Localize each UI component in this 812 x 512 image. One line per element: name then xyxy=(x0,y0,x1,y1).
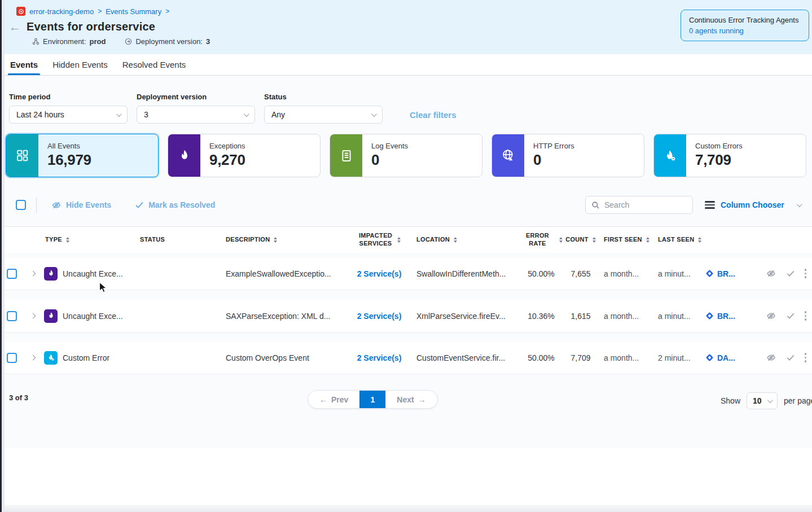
breadcrumb-separator: > xyxy=(165,7,169,15)
row-expander[interactable] xyxy=(25,314,41,318)
col-first-seen: FIRST SEEN xyxy=(604,236,642,244)
time-period-value: Last 24 hours xyxy=(16,110,64,119)
ticket-id: BR... xyxy=(717,269,735,278)
event-type: Uncaught Exce... xyxy=(63,269,123,278)
ticket-link[interactable]: BR... xyxy=(703,269,748,278)
window-edge xyxy=(0,0,2,512)
event-description: ExampleSwallowedExceptio... xyxy=(221,269,346,278)
event-location: CustomEventService.fir... xyxy=(412,353,519,362)
check-icon xyxy=(786,312,795,320)
deployment-version-label: Deployment version xyxy=(137,93,255,101)
card-custom-errors[interactable]: Custom Errors 7,709 xyxy=(653,134,806,177)
tab-events[interactable]: Events xyxy=(10,54,38,75)
hide-event-icon[interactable] xyxy=(766,269,776,278)
check-icon xyxy=(786,270,795,277)
card-value: 9,270 xyxy=(209,151,245,169)
page-size-select[interactable]: 10 xyxy=(747,392,778,409)
card-label: Log Events xyxy=(371,142,408,150)
impacted-services-link[interactable]: 2 Service(s) xyxy=(357,312,402,321)
environment-label: Environment: xyxy=(43,37,86,46)
agents-card-title: Continuous Error Tracking Agents xyxy=(689,16,801,24)
resolve-event-icon[interactable] xyxy=(786,354,795,361)
row-menu-icon[interactable] xyxy=(805,269,806,278)
sort-icon[interactable] xyxy=(559,237,563,243)
status-filter-label: Status xyxy=(264,93,383,101)
card-value: 7,709 xyxy=(695,151,743,169)
sort-icon[interactable] xyxy=(592,237,596,243)
arrow-left-icon: ← xyxy=(319,395,327,404)
event-description: SAXParseException: XML d... xyxy=(221,312,346,321)
sort-icon[interactable] xyxy=(274,237,277,243)
row-expander[interactable] xyxy=(25,356,41,360)
event-type: Uncaught Exce... xyxy=(63,312,123,321)
prev-page-button[interactable]: ← Prev xyxy=(308,391,359,408)
impacted-services-link[interactable]: 2 Service(s) xyxy=(357,353,402,362)
clear-filters-button[interactable]: Clear filters xyxy=(410,110,457,120)
first-seen: a month... xyxy=(598,353,651,362)
ticket-link[interactable]: BR... xyxy=(703,312,748,321)
breadcrumb-project[interactable]: error-tracking-demo xyxy=(29,7,94,16)
event-count: 7,709 xyxy=(563,353,598,362)
impacted-services-link[interactable]: 2 Service(s) xyxy=(357,269,402,278)
resolve-event-icon[interactable] xyxy=(786,312,795,320)
chevron-down-icon xyxy=(797,202,802,207)
col-impacted-services: IMPACTED SERVICES xyxy=(358,232,393,248)
breadcrumb-events-summary[interactable]: Events Summary xyxy=(106,7,161,16)
col-description: DESCRIPTION xyxy=(226,236,270,244)
card-label: Exceptions xyxy=(209,142,245,150)
error-rate: 50.00% xyxy=(519,353,563,362)
column-chooser-button[interactable]: Column Chooser xyxy=(705,200,801,209)
flame-icon xyxy=(47,312,55,320)
table-row: Custom Error Custom OverOps Event 2 Serv… xyxy=(0,342,812,374)
deployment-version-select[interactable]: 3 xyxy=(137,106,255,124)
sort-icon[interactable] xyxy=(66,237,69,243)
page-size-control: Show 10 per page xyxy=(721,392,812,409)
agents-running-link[interactable]: 0 agents running xyxy=(689,27,801,35)
environment-icon xyxy=(32,38,39,45)
card-all-events[interactable]: All Events 16,979 xyxy=(6,134,159,177)
sort-icon[interactable] xyxy=(646,237,649,243)
search-input[interactable] xyxy=(604,200,678,209)
sort-icon[interactable] xyxy=(454,237,457,243)
row-expander[interactable] xyxy=(25,272,41,275)
card-value: 0 xyxy=(533,151,574,169)
row-menu-icon[interactable] xyxy=(805,353,806,362)
hide-event-icon[interactable] xyxy=(766,311,776,321)
sort-icon[interactable] xyxy=(397,237,401,243)
flame-icon xyxy=(47,269,55,278)
time-period-select[interactable]: Last 24 hours xyxy=(9,106,128,124)
eye-slash-icon xyxy=(51,200,62,210)
resolve-event-icon[interactable] xyxy=(786,270,795,277)
ticket-link[interactable]: DA... xyxy=(703,353,748,362)
check-icon xyxy=(135,201,144,209)
mark-resolved-button[interactable]: Mark as Resolved xyxy=(135,200,215,209)
search-box xyxy=(585,196,693,214)
back-arrow-icon[interactable]: ← xyxy=(9,21,21,33)
tab-hidden-events[interactable]: Hidden Events xyxy=(52,54,108,75)
show-label: Show xyxy=(721,396,740,405)
row-menu-icon[interactable] xyxy=(805,311,806,320)
ticket-id: DA... xyxy=(717,353,735,362)
jira-ticket-icon xyxy=(705,312,714,320)
sort-icon[interactable] xyxy=(698,237,701,243)
status-select[interactable]: Any xyxy=(264,106,383,124)
stat-cards: All Events 16,979 Exceptions 9,270 Log E… xyxy=(6,134,806,177)
next-page-button[interactable]: Next → xyxy=(385,391,437,408)
event-location: XmlParseService.fireEv... xyxy=(412,312,519,321)
card-exceptions[interactable]: Exceptions 9,270 xyxy=(168,134,321,177)
row-checkbox[interactable] xyxy=(7,311,17,321)
card-http-errors[interactable]: HTTP Errors 0 xyxy=(491,134,644,177)
page-1-button[interactable]: 1 xyxy=(359,391,385,408)
card-log-events[interactable]: Log Events 0 xyxy=(330,134,482,177)
hide-events-button[interactable]: Hide Events xyxy=(51,200,111,210)
event-count: 7,655 xyxy=(563,269,598,278)
select-all-checkbox[interactable] xyxy=(16,200,26,210)
tab-resolved-events[interactable]: Resolved Events xyxy=(122,54,186,75)
col-location: LOCATION xyxy=(416,236,450,244)
row-checkbox[interactable] xyxy=(7,353,17,363)
page-size-value: 10 xyxy=(753,396,762,405)
hide-event-icon[interactable] xyxy=(766,353,776,362)
row-checkbox[interactable] xyxy=(7,269,17,279)
row-count: 3 of 3 xyxy=(9,393,28,402)
agents-status-card: Continuous Error Tracking Agents 0 agent… xyxy=(681,10,809,41)
